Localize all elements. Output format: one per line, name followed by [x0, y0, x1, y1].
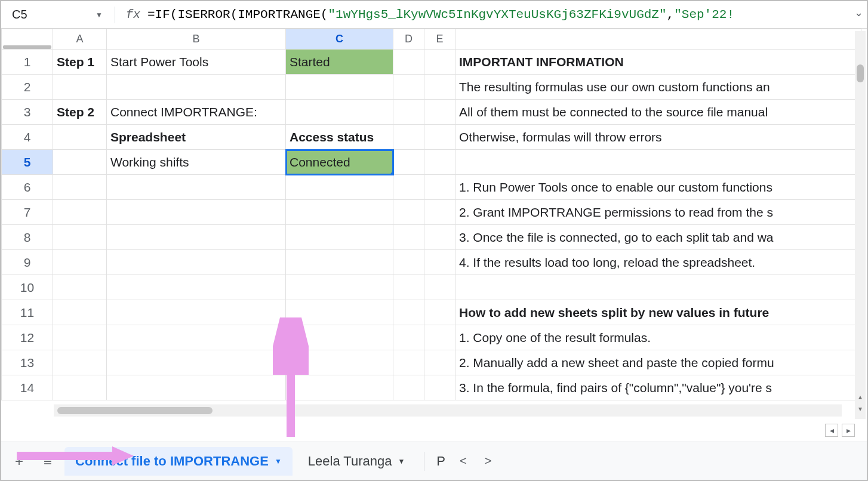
cell[interactable]: [286, 225, 393, 250]
chevron-down-icon[interactable]: ▼: [275, 457, 282, 465]
cell[interactable]: [424, 300, 455, 325]
cell[interactable]: [53, 325, 107, 350]
cell[interactable]: [107, 175, 286, 200]
cell[interactable]: The resulting formulas use our own custo…: [455, 75, 861, 100]
expand-formula-icon[interactable]: ⌄: [851, 6, 866, 20]
cell[interactable]: [424, 125, 455, 150]
cell[interactable]: [53, 375, 107, 400]
row-header[interactable]: 8: [2, 225, 53, 250]
row-header[interactable]: 5: [2, 150, 53, 175]
row-header[interactable]: 7: [2, 200, 53, 225]
scroll-thumb[interactable]: [857, 64, 864, 82]
cell[interactable]: [286, 175, 393, 200]
cell[interactable]: [424, 375, 455, 400]
scroll-up-icon[interactable]: ▴: [857, 393, 864, 400]
cell[interactable]: [53, 125, 107, 150]
cell[interactable]: [53, 175, 107, 200]
chevron-down-icon[interactable]: ▼: [96, 11, 103, 19]
row-header[interactable]: 12: [2, 325, 53, 350]
cell[interactable]: [424, 75, 455, 100]
cell[interactable]: Step 2: [53, 100, 107, 125]
col-header-F[interactable]: [455, 29, 861, 50]
scroll-thumb[interactable]: [57, 407, 213, 414]
cell[interactable]: [393, 200, 424, 225]
tab-prev-icon[interactable]: <: [460, 454, 467, 468]
all-sheets-button[interactable]: ≡: [36, 449, 60, 473]
cell[interactable]: [107, 225, 286, 250]
vertical-scrollbar[interactable]: ▴ ▾: [855, 31, 866, 419]
cell[interactable]: [393, 375, 424, 400]
cell[interactable]: [393, 300, 424, 325]
col-header-B[interactable]: B: [107, 29, 286, 50]
cell[interactable]: 1. Run Power Tools once to enable our cu…: [455, 175, 861, 200]
cell[interactable]: [393, 50, 424, 75]
cell[interactable]: [53, 300, 107, 325]
cell[interactable]: Spreadsheet: [107, 125, 286, 150]
cell[interactable]: [393, 225, 424, 250]
tab-next-icon[interactable]: >: [485, 454, 492, 468]
cell[interactable]: [393, 325, 424, 350]
row-header[interactable]: 13: [2, 350, 53, 375]
cell[interactable]: 2. Manually add a new sheet and paste th…: [455, 350, 861, 375]
cell[interactable]: [286, 350, 393, 375]
cell[interactable]: 1. Copy one of the result formulas.: [455, 325, 861, 350]
cell[interactable]: [424, 275, 455, 300]
cell[interactable]: [107, 75, 286, 100]
cell[interactable]: [53, 275, 107, 300]
cell[interactable]: [53, 75, 107, 100]
cell[interactable]: Otherwise, formulas will throw errors: [455, 125, 861, 150]
col-header-A[interactable]: A: [53, 29, 107, 50]
cell[interactable]: [393, 125, 424, 150]
spreadsheet-grid[interactable]: A B C D E 1 Step 1 Start Power Tools Sta…: [1, 29, 867, 417]
cell[interactable]: [286, 275, 393, 300]
cell[interactable]: [286, 325, 393, 350]
cell[interactable]: [107, 375, 286, 400]
cell[interactable]: [53, 150, 107, 175]
row-header[interactable]: 3: [2, 100, 53, 125]
cell[interactable]: All of them must be connected to the sou…: [455, 100, 861, 125]
cell[interactable]: [424, 100, 455, 125]
cell[interactable]: [53, 225, 107, 250]
cell[interactable]: Started: [286, 50, 393, 75]
row-header[interactable]: 1: [2, 50, 53, 75]
col-header-E[interactable]: E: [424, 29, 455, 50]
cell[interactable]: Step 1: [53, 50, 107, 75]
row-header[interactable]: 10: [2, 275, 53, 300]
cell[interactable]: 3. Once the file is connected, go to eac…: [455, 225, 861, 250]
cell[interactable]: [286, 300, 393, 325]
sheet-tab-active[interactable]: Connect file to IMPORTRANGE ▼: [64, 447, 293, 476]
row-header[interactable]: 6: [2, 175, 53, 200]
cell[interactable]: [455, 275, 861, 300]
cell[interactable]: [107, 275, 286, 300]
row-header[interactable]: 9: [2, 250, 53, 275]
col-header-C[interactable]: C: [286, 29, 393, 50]
cell[interactable]: [393, 250, 424, 275]
scroll-right-icon[interactable]: ▸: [842, 424, 855, 437]
cell[interactable]: [393, 350, 424, 375]
cell[interactable]: IMPORTANT INFORMATION: [455, 50, 861, 75]
cell[interactable]: [424, 200, 455, 225]
cell[interactable]: [424, 50, 455, 75]
cell[interactable]: Start Power Tools: [107, 50, 286, 75]
cell[interactable]: [393, 275, 424, 300]
cell[interactable]: 2. Grant IMPORTRANGE permissions to read…: [455, 200, 861, 225]
sheet-tab-partial[interactable]: P: [433, 447, 449, 476]
scroll-left-icon[interactable]: ◂: [825, 424, 838, 437]
chevron-down-icon[interactable]: ▼: [398, 457, 405, 465]
cell[interactable]: [393, 75, 424, 100]
cell[interactable]: [107, 250, 286, 275]
cell[interactable]: [107, 350, 286, 375]
cell[interactable]: 4. If the results load too long, reload …: [455, 250, 861, 275]
cell[interactable]: [107, 300, 286, 325]
cell[interactable]: [424, 175, 455, 200]
cell[interactable]: [286, 200, 393, 225]
cell[interactable]: [286, 100, 393, 125]
cell[interactable]: 3. In the formula, find pairs of {"colum…: [455, 375, 861, 400]
cell[interactable]: [424, 150, 455, 175]
cell[interactable]: Working shifts: [107, 150, 286, 175]
cell[interactable]: Connect IMPORTRANGE:: [107, 100, 286, 125]
horizontal-scrollbar[interactable]: [54, 405, 842, 417]
add-sheet-button[interactable]: +: [7, 449, 31, 473]
selected-cell[interactable]: Connected: [286, 150, 393, 175]
scroll-down-icon[interactable]: ▾: [857, 405, 864, 412]
